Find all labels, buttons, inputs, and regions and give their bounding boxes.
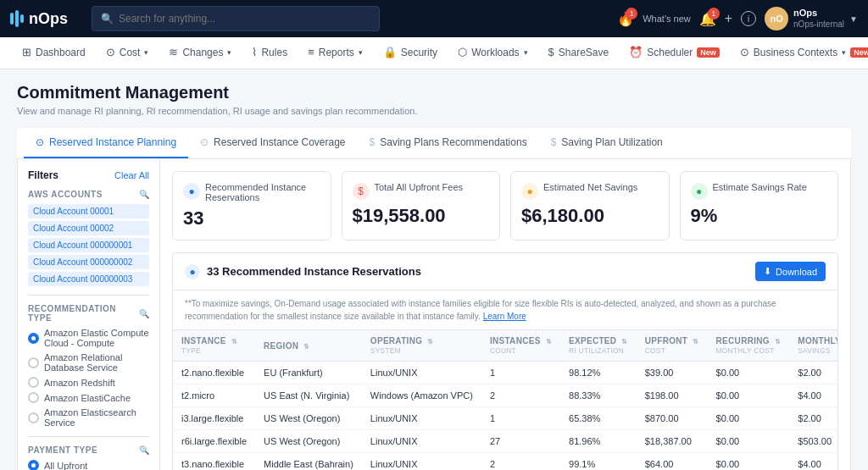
table-row: t3.nano.flexible Middle East (Bahrain) L… xyxy=(173,453,837,471)
sort-icon-instances[interactable]: ⇅ xyxy=(546,338,552,346)
search-input[interactable] xyxy=(119,13,370,25)
rec-type-2[interactable]: Amazon Relational Database Service xyxy=(28,352,149,373)
cell-upfront-1: $198.00 xyxy=(637,384,708,407)
tab-reserved-instance-coverage[interactable]: ⊙ Reserved Instance Coverage xyxy=(188,128,357,158)
user-org: nOps-internal xyxy=(793,19,844,30)
cell-monthly-1: $4.00 xyxy=(789,384,837,407)
sort-icon-expected[interactable]: ⇅ xyxy=(621,338,627,346)
sort-icon-os[interactable]: ⇅ xyxy=(427,338,433,346)
account-item-2[interactable]: Cloud Account 00002 xyxy=(28,221,149,235)
col-upfront: UPFRONT ⇅ Cost xyxy=(637,330,708,362)
sidebar-item-security[interactable]: 🔒 Security xyxy=(375,37,446,69)
sort-icon[interactable]: ⇅ xyxy=(231,338,237,346)
sort-icon-recurring[interactable]: ⇅ xyxy=(775,338,781,346)
content-area: Filters Clear All AWS ACCOUNTS 🔍 Cloud A… xyxy=(17,159,851,470)
cell-instances-2: 1 xyxy=(481,407,560,430)
business-contexts-label: Business Contexts xyxy=(754,47,837,58)
reservations-table-header: ● 33 Recommended Instance Reservations ⬇… xyxy=(173,253,837,290)
recommendation-type-label: RECOMMENDATION TYPE 🔍 xyxy=(28,304,149,323)
workloads-icon: ⬡ xyxy=(458,46,467,58)
tab-saving-plans-recommendations[interactable]: $ Saving Plans Recommendations xyxy=(358,128,539,158)
changes-icon: ≋ xyxy=(169,46,178,58)
cell-recurring-4: $0.00 xyxy=(708,453,790,471)
sidebar-item-business-contexts[interactable]: ⊙ Business Contexts ▾ New xyxy=(732,37,868,69)
sidebar-item-sharesave[interactable]: $ ShareSave xyxy=(540,37,618,69)
tab-ri-planning-label: Reserved Instance Planning xyxy=(49,136,176,148)
download-button[interactable]: ⬇ Download xyxy=(755,262,826,281)
user-name: nOps xyxy=(793,8,844,19)
sidebar-item-workloads[interactable]: ⬡ Workloads ▾ xyxy=(449,37,536,69)
cell-recurring-1: $0.00 xyxy=(708,384,790,407)
tab-ri-planning-icon: ⊙ xyxy=(36,136,44,148)
metric-1-label: Total All Upfront Fees xyxy=(375,182,464,192)
account-item-1[interactable]: Cloud Account 00001 xyxy=(28,204,149,218)
metric-3-label: Estimate Savings Rate xyxy=(713,182,807,192)
search-box[interactable]: 🔍 xyxy=(92,6,380,31)
payment-all-upfront-radio xyxy=(28,460,39,470)
rec-type-5[interactable]: Amazon Elasticsearch Service xyxy=(28,407,149,428)
user-menu[interactable]: nO nOps nOps-internal ▼ xyxy=(765,7,858,30)
metric-card-1: $ Total All Upfront Fees $19,558.00 xyxy=(342,171,501,241)
fire-button[interactable]: 🔥 1 xyxy=(617,11,634,27)
learn-more-link[interactable]: Learn More xyxy=(483,312,526,321)
col-monthly: MONTHLY ⇅ Savings xyxy=(789,330,837,362)
reports-icon: ≡ xyxy=(308,46,314,58)
payment-type-search-icon[interactable]: 🔍 xyxy=(139,445,150,455)
clear-all-button[interactable]: Clear All xyxy=(114,170,149,180)
main-content: Commitment Management View and manage RI… xyxy=(0,69,868,470)
logo-icon xyxy=(10,10,24,27)
tab-sp-util-icon: $ xyxy=(551,136,557,148)
sidebar-item-dashboard[interactable]: ⊞ Dashboard xyxy=(14,37,94,69)
account-item-4[interactable]: Cloud Account 000000002 xyxy=(28,255,149,269)
metric-card-0-header: ● Recommended Instance Reservations xyxy=(183,182,320,202)
cell-instance-2: i3.large.flexible xyxy=(173,407,255,430)
logo[interactable]: nOps xyxy=(10,10,78,28)
rec-type-4-radio xyxy=(28,392,39,403)
workloads-label: Workloads xyxy=(471,47,519,58)
tab-ri-coverage-icon: ⊙ xyxy=(200,136,209,148)
logo-bar-2 xyxy=(15,10,19,27)
cell-recurring-0: $0.00 xyxy=(708,362,790,384)
cell-os-4: Linux/UNIX xyxy=(362,453,481,471)
logo-bar-1 xyxy=(10,13,14,25)
account-item-3[interactable]: Cloud Account 000000001 xyxy=(28,238,149,252)
cell-os-2: Linux/UNIX xyxy=(362,407,481,430)
rec-type-1[interactable]: Amazon Elastic Compute Cloud - Compute xyxy=(28,328,149,348)
sort-icon-region[interactable]: ⇅ xyxy=(303,343,309,351)
metric-card-3: ● Estimate Savings Rate 9% xyxy=(680,171,839,241)
plus-button[interactable]: + xyxy=(725,11,732,26)
cell-upfront-0: $39.00 xyxy=(637,362,708,384)
sidebar-item-changes[interactable]: ≋ Changes ▾ xyxy=(160,37,240,69)
whats-new-button[interactable]: What's new xyxy=(643,14,691,24)
sharesave-label: ShareSave xyxy=(559,47,609,58)
changes-chevron-icon: ▾ xyxy=(227,48,231,57)
rec-type-4[interactable]: Amazon ElastiCache xyxy=(28,392,149,403)
sort-icon-upfront[interactable]: ⇅ xyxy=(693,338,698,346)
account-item-5[interactable]: Cloud Account 000000003 xyxy=(28,272,149,286)
rec-type-search-icon[interactable]: 🔍 xyxy=(139,309,150,318)
payment-all-upfront-label: All Upfront xyxy=(44,461,87,471)
cell-instances-4: 2 xyxy=(481,453,560,471)
info-button[interactable]: i xyxy=(741,11,756,26)
sidebar-item-rules[interactable]: ⌇ Rules xyxy=(243,37,296,69)
tab-sp-recs-icon: $ xyxy=(370,136,376,148)
payment-all-upfront[interactable]: All Upfront xyxy=(28,460,149,470)
tab-reserved-instance-planning[interactable]: ⊙ Reserved Instance Planning xyxy=(24,128,188,158)
logo-bar-3 xyxy=(20,14,24,23)
cell-os-3: Linux/UNIX xyxy=(362,430,481,453)
cell-region-3: US West (Oregon) xyxy=(255,430,362,453)
sidebar-item-scheduler[interactable]: ⏰ Scheduler New xyxy=(620,37,728,69)
sidebar-item-reports[interactable]: ≡ Reports ▾ xyxy=(299,37,371,69)
sharesave-icon: $ xyxy=(548,46,554,58)
cell-monthly-3: $503.00 xyxy=(789,430,837,453)
rules-label: Rules xyxy=(261,47,287,58)
sidebar-item-cost[interactable]: ⊙ Cost ▾ xyxy=(97,37,158,69)
workloads-chevron-icon: ▾ xyxy=(524,48,528,57)
search-icon: 🔍 xyxy=(101,13,114,25)
aws-accounts-search-icon[interactable]: 🔍 xyxy=(139,190,150,199)
accounts-list: Cloud Account 00001 Cloud Account 00002 … xyxy=(28,204,149,286)
bell-button[interactable]: 🔔 1 xyxy=(699,11,716,27)
rec-type-1-label: Amazon Elastic Compute Cloud - Compute xyxy=(44,328,149,348)
tab-saving-plan-utilization[interactable]: $ Saving Plan Utilization xyxy=(539,128,675,158)
rec-type-3[interactable]: Amazon Redshift xyxy=(28,377,149,388)
